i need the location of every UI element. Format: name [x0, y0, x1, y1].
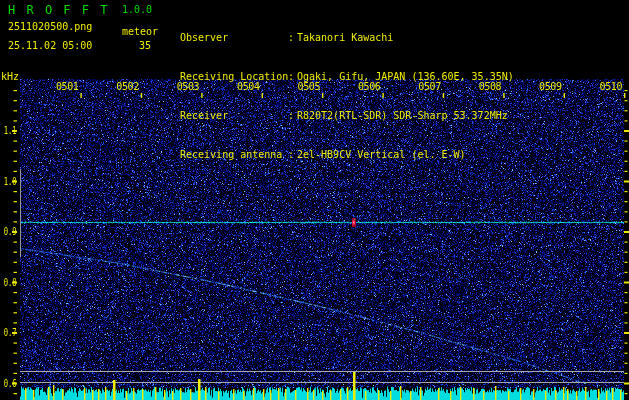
y-tick-label: 0.8	[4, 277, 13, 288]
x-tick-label: 0510	[596, 81, 622, 92]
info-row-receiver: Receiver:R820T2(RTL-SDR) SDR-Sharp 53.37…	[180, 109, 514, 122]
y-axis-unit-label: kHz	[1, 71, 19, 82]
x-tick-label: 0505	[294, 81, 320, 92]
x-tick-label: 0503	[173, 81, 199, 92]
info-label: Observer	[180, 31, 288, 44]
info-row-antenna: Receiving antenna:2el-HB9CV Vertical (el…	[180, 148, 514, 161]
y-tick-label: 0.6	[4, 378, 13, 389]
info-value: R820T2(RTL-SDR) SDR-Sharp 53.372MHz	[297, 110, 508, 121]
app-title: H R O F F T	[8, 3, 109, 17]
x-tick-label: 0504	[234, 81, 260, 92]
y-tick-label: 1.1	[4, 125, 13, 136]
info-row-location: Receiving Location:Ogaki, Gifu, JAPAN (1…	[180, 70, 514, 83]
info-colon: :	[288, 109, 297, 122]
echo-count: 35	[139, 40, 151, 51]
info-value: 2el-HB9CV Vertical (el. E-W)	[297, 149, 466, 160]
capture-datetime: 25.11.02 05:00	[8, 40, 92, 51]
info-label: Receiver	[180, 109, 288, 122]
y-tick-label: 0.7	[4, 327, 13, 338]
y-tick-label: 0.9	[4, 226, 13, 237]
info-colon: :	[288, 148, 297, 161]
x-tick-label: 0502	[113, 81, 139, 92]
hrofft-screen: H R O F F T 1.0.0 2511020500.png meteor …	[0, 0, 629, 400]
app-version: 1.0.0	[122, 4, 152, 15]
capture-filename: 2511020500.png	[8, 21, 92, 32]
info-row-observer: Observer:Takanori Kawachi	[180, 31, 514, 44]
info-label: Receiving antenna	[180, 148, 288, 161]
x-tick-label: 0507	[415, 81, 441, 92]
y-tick-label: 1.0	[4, 176, 13, 187]
info-value: Takanori Kawachi	[297, 32, 393, 43]
x-tick-label: 0509	[536, 81, 562, 92]
x-tick-label: 0508	[475, 81, 501, 92]
x-tick-label: 0506	[354, 81, 380, 92]
x-tick-label: 0501	[52, 81, 78, 92]
info-colon: :	[288, 31, 297, 44]
station-info-block: Observer:Takanori Kawachi Receiving Loca…	[180, 5, 514, 187]
observation-mode-label: meteor	[122, 26, 158, 37]
